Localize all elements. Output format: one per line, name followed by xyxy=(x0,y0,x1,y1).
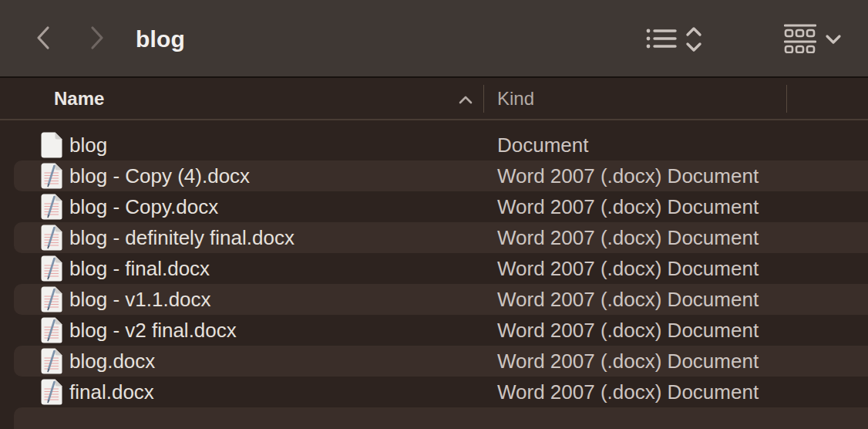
chevron-right-icon xyxy=(89,25,105,50)
view-options-button[interactable] xyxy=(646,28,678,54)
docx-document-icon xyxy=(40,317,63,343)
file-kind: Word 2007 (.docx) Document xyxy=(497,315,759,346)
docx-document-icon xyxy=(40,379,63,405)
docx-document-icon xyxy=(40,163,63,189)
chevron-left-icon xyxy=(35,25,51,50)
file-kind: Word 2007 (.docx) Document xyxy=(497,346,759,377)
file-kind: Word 2007 (.docx) Document xyxy=(497,253,759,284)
docx-document-icon xyxy=(40,225,63,251)
group-view-icon xyxy=(784,42,816,56)
sort-ascending-icon xyxy=(458,94,473,108)
file-name: blog - v2 final.docx xyxy=(69,315,237,346)
file-row[interactable]: final.docx Word 2007 (.docx) Document xyxy=(0,377,868,407)
sort-direction-button[interactable] xyxy=(685,26,703,56)
file-row[interactable]: blog - final.docx Word 2007 (.docx) Docu… xyxy=(0,253,868,284)
file-kind: Document xyxy=(497,130,589,160)
file-row[interactable]: blog.docx Word 2007 (.docx) Document xyxy=(0,346,868,377)
docx-document-icon xyxy=(40,255,63,282)
file-list: blog Document blog - Copy (4).docx Word … xyxy=(0,120,868,429)
column-resize-handle[interactable] xyxy=(786,85,787,113)
file-kind: Word 2007 (.docx) Document xyxy=(497,160,759,191)
chevron-down-icon xyxy=(825,34,842,47)
column-header-name[interactable]: Name xyxy=(54,78,104,119)
file-name: blog - final.docx xyxy=(69,253,210,284)
group-by-button[interactable] xyxy=(784,24,816,56)
file-name: final.docx xyxy=(69,377,154,407)
file-name: blog xyxy=(69,130,107,160)
file-name: blog - definitely final.docx xyxy=(69,222,294,253)
file-name: blog - Copy (4).docx xyxy=(69,160,250,191)
empty-row xyxy=(0,407,868,429)
chevron-up-down-icon xyxy=(685,42,703,55)
list-view-icon xyxy=(646,40,678,53)
file-name: blog.docx xyxy=(69,346,155,377)
docx-document-icon xyxy=(40,348,63,374)
file-row[interactable]: blog Document xyxy=(0,130,868,160)
file-kind: Word 2007 (.docx) Document xyxy=(497,284,759,315)
file-kind: Word 2007 (.docx) Document xyxy=(497,191,759,222)
back-button[interactable] xyxy=(35,25,51,50)
list-column-header: Name Kind xyxy=(0,78,868,120)
column-resize-handle[interactable] xyxy=(483,85,484,113)
group-by-menu-chevron[interactable] xyxy=(825,34,842,48)
file-kind: Word 2007 (.docx) Document xyxy=(497,222,759,253)
file-row[interactable]: blog - Copy.docx Word 2007 (.docx) Docum… xyxy=(0,191,868,222)
blank-document-icon xyxy=(40,132,63,158)
file-row[interactable]: blog - Copy (4).docx Word 2007 (.docx) D… xyxy=(0,160,868,191)
docx-document-icon xyxy=(40,194,63,220)
finder-toolbar: blog xyxy=(0,0,868,78)
file-row[interactable]: blog - v1.1.docx Word 2007 (.docx) Docum… xyxy=(0,284,868,315)
window-title: blog xyxy=(136,0,185,78)
forward-button[interactable] xyxy=(89,25,105,50)
column-header-kind[interactable]: Kind xyxy=(497,78,534,119)
file-row[interactable]: blog - definitely final.docx Word 2007 (… xyxy=(0,222,868,253)
docx-document-icon xyxy=(40,286,63,312)
file-row[interactable]: blog - v2 final.docx Word 2007 (.docx) D… xyxy=(0,315,868,346)
file-name: blog - Copy.docx xyxy=(69,191,218,222)
file-kind: Word 2007 (.docx) Document xyxy=(497,377,759,407)
file-name: blog - v1.1.docx xyxy=(69,284,211,315)
